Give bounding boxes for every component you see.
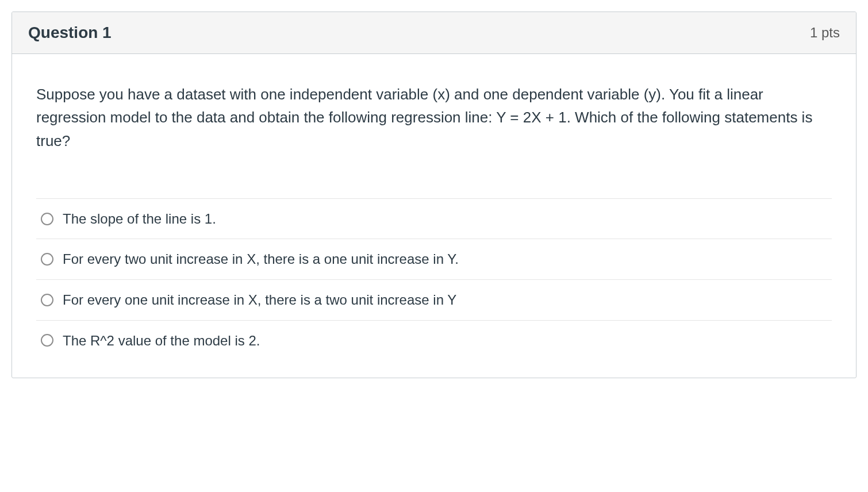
answer-label: For every two unit increase in X, there …: [63, 249, 459, 269]
answer-radio[interactable]: [41, 253, 53, 266]
answer-option[interactable]: The slope of the line is 1.: [36, 198, 832, 239]
answer-label: For every one unit increase in X, there …: [63, 290, 456, 310]
answer-radio[interactable]: [41, 294, 53, 306]
question-title: Question 1: [28, 24, 112, 42]
answer-radio[interactable]: [41, 213, 53, 225]
answer-label: The slope of the line is 1.: [63, 209, 216, 229]
answer-option[interactable]: The R^2 value of the model is 2.: [36, 320, 832, 355]
answer-option[interactable]: For every one unit increase in X, there …: [36, 279, 832, 320]
answer-label: The R^2 value of the model is 2.: [63, 331, 260, 351]
question-points: 1 pts: [810, 25, 840, 41]
answer-option[interactable]: For every two unit increase in X, there …: [36, 239, 832, 279]
question-card: Question 1 1 pts Suppose you have a data…: [11, 11, 857, 378]
answers-list: The slope of the line is 1. For every tw…: [36, 198, 832, 355]
question-header: Question 1 1 pts: [12, 12, 856, 54]
question-text: Suppose you have a dataset with one inde…: [36, 83, 832, 152]
question-body: Suppose you have a dataset with one inde…: [12, 54, 856, 378]
answer-radio[interactable]: [41, 334, 53, 347]
